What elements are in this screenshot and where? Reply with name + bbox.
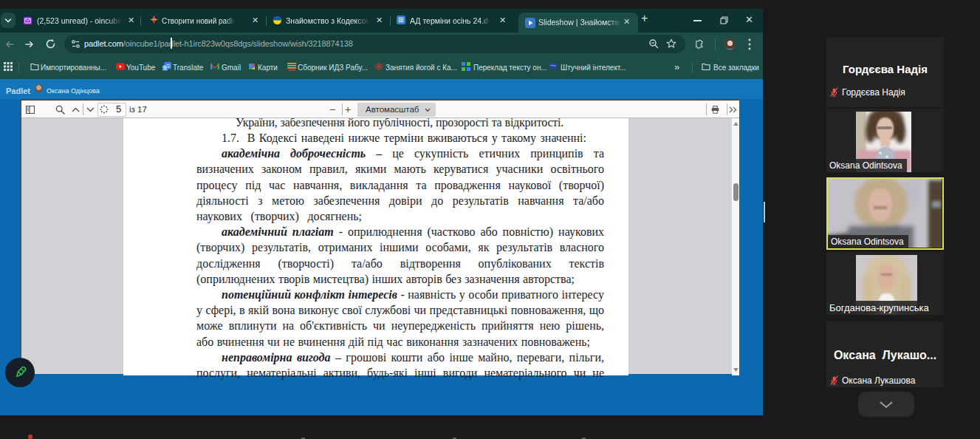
- svg-text:文: 文: [162, 65, 168, 70]
- svg-text:102: 102: [288, 67, 296, 72]
